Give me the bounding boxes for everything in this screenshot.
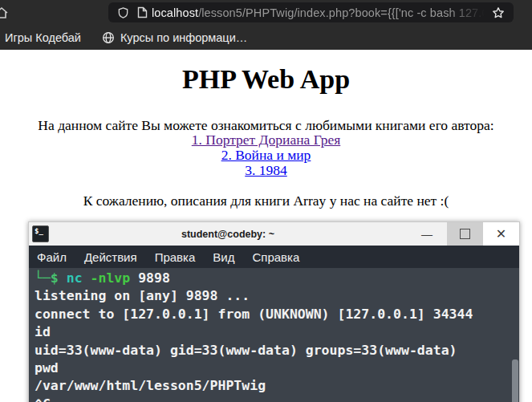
bookmark-item-courses[interactable]: Курсы по информаци… (102, 31, 247, 44)
terminal-titlebar[interactable]: $_ student@codeby: ~ — ✕ (29, 222, 519, 246)
page-info-icon[interactable] (137, 6, 148, 18)
terminal-menubar: Файл Действия Правка Вид Справка (29, 246, 519, 268)
url-bar[interactable]: localhost/lesson5/PHPTwig/index.php?book… (108, 2, 514, 22)
book-link-2[interactable]: 2. Война и мир (0, 148, 532, 163)
bookmark-item-games[interactable]: Игры Кодебай (5, 31, 81, 44)
maximize-button[interactable] (447, 222, 483, 246)
menu-help[interactable]: Справка (252, 250, 299, 264)
terminal-line: pwd (35, 359, 519, 377)
not-found-message: К сожалению, описания для книги Array у … (0, 193, 532, 209)
terminal-window: $_ student@codeby: ~ — ✕ Файл Действия П… (28, 221, 520, 402)
screenshot-frame: localhost/lesson5/PHPTwig/index.php?book… (0, 0, 532, 402)
menu-view[interactable]: Вид (213, 250, 234, 264)
book-link-list: 1. Портрет Дориана Грея 2. Война и мир 3… (0, 132, 532, 177)
terminal-line: uid=33(www-data) gid=33(www-data) groups… (35, 342, 519, 359)
menu-edit[interactable]: Правка (155, 250, 196, 264)
bookmark-label: Игры Кодебай (5, 31, 81, 44)
page-title: PHP Web App (0, 64, 532, 95)
menu-actions[interactable]: Действия (84, 250, 137, 264)
terminal-line: listening on [any] 9898 ... (35, 287, 519, 305)
book-link-1[interactable]: 1. Портрет Дориана Грея (0, 132, 532, 148)
bookmark-label: Курсы по информаци… (120, 31, 247, 44)
globe-icon (102, 31, 115, 44)
minimize-button[interactable]: — (407, 222, 447, 246)
terminal-app-icon: $_ (32, 225, 49, 242)
maximize-icon (460, 229, 470, 239)
shield-icon[interactable] (117, 6, 129, 19)
close-button[interactable]: ✕ (483, 222, 519, 246)
url-text[interactable]: localhost/lesson5/PHPTwig/index.php?book… (152, 6, 488, 19)
bookmark-star-icon[interactable] (492, 6, 505, 19)
terminal-line: id (35, 323, 519, 341)
terminal-scrollbar[interactable] (512, 359, 518, 402)
terminal-line: connect to [127.0.0.1] from (UNKNOWN) [1… (35, 306, 519, 323)
url-host: localhost (152, 6, 198, 19)
terminal-line: └─$ nc -nlvp 9898 (35, 270, 519, 287)
url-path: /lesson5/PHPTwig/index.php?book={{['nc -… (198, 6, 488, 19)
bookmarks-bar: Игры Кодебай Курсы по информаци… (0, 25, 532, 50)
browser-toolbar: localhost/lesson5/PHPTwig/index.php?book… (0, 0, 532, 25)
menu-file[interactable]: Файл (37, 250, 67, 264)
terminal-output[interactable]: └─$ nc -nlvp 9898listening on [any] 9898… (29, 268, 519, 402)
terminal-line: ^C (35, 396, 519, 402)
terminal-window-title: student@codeby: ~ (49, 229, 407, 240)
home-icon[interactable] (0, 6, 9, 19)
terminal-line: /var/www/html/lesson5/PHPTwig (35, 377, 519, 395)
browser-chrome: localhost/lesson5/PHPTwig/index.php?book… (0, 0, 532, 50)
book-link-3[interactable]: 3. 1984 (0, 163, 532, 178)
